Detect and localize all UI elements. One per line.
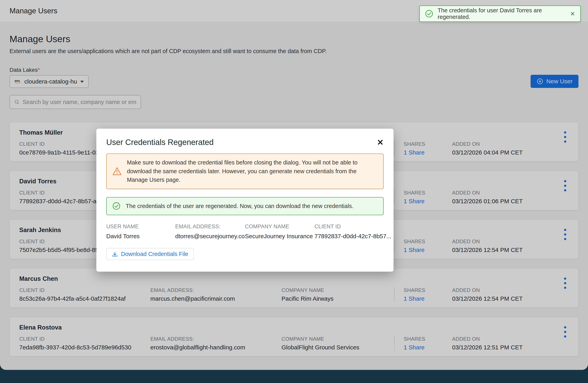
email-label: EMAIL ADDRESS: [175, 224, 245, 230]
success-text: The credentials of the user are regenera… [126, 202, 353, 211]
dialog-close-button[interactable]: ✕ [377, 138, 384, 146]
user-name-label: USER NAME [106, 224, 175, 230]
email-column: EMAIL ADDRESS: dtorres@securejourney.com [175, 224, 245, 240]
company-label: COMPANY NAME [245, 224, 315, 230]
warning-banner: Make sure to download the credential fil… [106, 154, 384, 189]
toast-close-button[interactable]: ✕ [570, 10, 575, 17]
download-icon [112, 251, 118, 257]
download-credentials-label: Download Credentials File [121, 251, 188, 257]
warning-text: Make sure to download the credential fil… [127, 158, 378, 184]
company-value: SecureJourney Insurance [245, 233, 315, 240]
credential-user-details: USER NAME David Torres EMAIL ADDRESS: dt… [106, 224, 384, 240]
success-toast: The credentials for user David Torres ar… [419, 6, 581, 22]
credentials-regenerated-dialog: User Credentials Regenerated ✕ Make sure… [96, 129, 394, 272]
email-value: dtorres@securejourney.com [175, 233, 245, 240]
manage-users-screen: Manage Users Manage Users External users… [0, 0, 588, 383]
check-circle-icon [112, 202, 121, 210]
success-banner: The credentials of the user are regenera… [106, 197, 384, 215]
client-id-label: CLIENT ID [315, 224, 391, 230]
user-name-value: David Torres [106, 233, 175, 240]
toast-message: The credentials for user David Torres ar… [438, 7, 566, 20]
client-id-value: 77892837-d0dd-42c7-8b57... [315, 233, 391, 240]
user-name-column: USER NAME David Torres [106, 224, 175, 240]
client-id-column: CLIENT ID 77892837-d0dd-42c7-8b57... [315, 224, 391, 240]
check-circle-icon [425, 10, 433, 18]
download-credentials-button[interactable]: Download Credentials File [106, 248, 194, 260]
warning-icon [112, 167, 122, 176]
company-column: COMPANY NAME SecureJourney Insurance [245, 224, 315, 240]
dialog-header: User Credentials Regenerated ✕ [106, 138, 384, 147]
dialog-title: User Credentials Regenerated [106, 138, 213, 147]
